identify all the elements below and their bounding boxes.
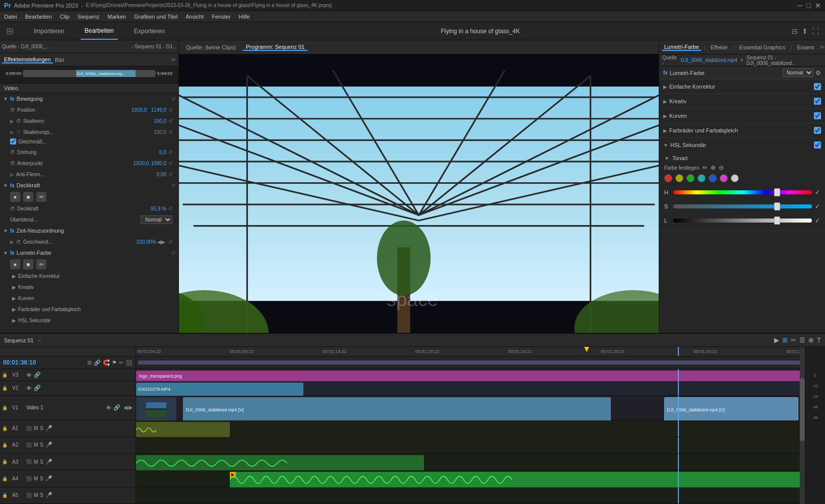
a3-mic-btn[interactable]: 🎤 bbox=[45, 459, 52, 465]
lumetri-square[interactable]: ■ bbox=[23, 259, 33, 269]
a3-lock[interactable]: 🔒 bbox=[2, 459, 10, 464]
geschwindigkeit-value[interactable]: 100,00% bbox=[137, 239, 156, 245]
menu-fenster[interactable]: Fenster bbox=[212, 14, 230, 20]
a4-mic-btn[interactable]: 🎤 bbox=[45, 475, 52, 482]
a5-lock[interactable]: 🔒 bbox=[2, 493, 10, 498]
menu-ansicht[interactable]: Ansicht bbox=[185, 14, 204, 20]
drehung-reset[interactable]: ↺ bbox=[168, 150, 172, 155]
v1-clip-second[interactable]: DJI_0006_stabilized.mp4 [V] bbox=[664, 397, 798, 422]
menu-grafiken[interactable]: Grafiken und Titel bbox=[134, 14, 177, 20]
lumetri-circle[interactable]: ● bbox=[10, 259, 20, 269]
tab-essent[interactable]: Essent bbox=[795, 44, 816, 50]
antiflimm-value[interactable]: 0,00 bbox=[157, 172, 166, 177]
h-checkmark[interactable]: ✓ bbox=[815, 189, 820, 196]
v1-next-btn[interactable]: ▶ bbox=[129, 404, 133, 411]
s-checkmark[interactable]: ✓ bbox=[815, 203, 820, 210]
a1-track-btn[interactable]: ⬛ bbox=[26, 426, 32, 431]
antiflimm-reset[interactable]: ↺ bbox=[168, 172, 172, 177]
a4-m-btn[interactable]: M bbox=[34, 476, 38, 481]
ankerpunkt-y[interactable]: 1080,0 bbox=[151, 161, 166, 166]
tl-hand-tool[interactable]: ☰ bbox=[799, 336, 805, 344]
lumetri-source-file[interactable]: DJI_0006_stabilized.mp4 bbox=[681, 57, 737, 63]
share-icon[interactable]: ⬆ bbox=[802, 27, 808, 35]
kurven-sub[interactable]: ▶ Kurven bbox=[0, 293, 178, 304]
l-handle[interactable] bbox=[774, 217, 780, 225]
v1-clip-main[interactable]: DJI_0006_stabilized.mp4 [V] bbox=[183, 397, 611, 422]
drehung-value[interactable]: 0,0 bbox=[159, 150, 166, 155]
minimize-button[interactable]: ─ bbox=[798, 2, 803, 10]
h-track[interactable] bbox=[673, 190, 812, 194]
v3-clip-logo[interactable]: logo_transparent.png bbox=[136, 371, 805, 382]
kreativ-toggle[interactable] bbox=[814, 98, 821, 105]
position-y[interactable]: 1149,0 bbox=[151, 107, 166, 113]
program-monitor-tab[interactable]: Programm: Sequenz 01 bbox=[243, 44, 307, 51]
gleichmassig-label[interactable]: Gleichmäß... bbox=[10, 138, 168, 145]
skalieren-value[interactable]: 160,0 bbox=[154, 118, 166, 124]
position-reset[interactable]: ↺ bbox=[168, 107, 172, 113]
time-ruler[interactable]: 00:01:04:22 00:01:09:22 00:01:14:22 00:0… bbox=[136, 347, 805, 356]
deckkraft-pen[interactable]: ✏ bbox=[36, 192, 46, 202]
bewegung-reset[interactable]: ↺ bbox=[171, 96, 175, 102]
v2-lock[interactable]: 🔒 bbox=[2, 386, 10, 391]
l-checkmark[interactable]: ✓ bbox=[815, 217, 820, 224]
fullscreen-icon[interactable]: ⛶ bbox=[812, 27, 819, 35]
s-track[interactable] bbox=[673, 204, 812, 208]
deckkraft-reset[interactable]: ↺ bbox=[171, 183, 175, 188]
a3-s-btn[interactable]: S bbox=[40, 459, 43, 465]
tab-lumetri[interactable]: Lumetri-Farbe bbox=[662, 44, 701, 51]
tl-ripple-tool[interactable]: ⊞ bbox=[782, 336, 788, 344]
ankerpunkt-x[interactable]: 1920,0 bbox=[134, 161, 149, 166]
a5-s-btn[interactable]: S bbox=[40, 492, 43, 498]
menu-hilfe[interactable]: Hilfe bbox=[239, 14, 250, 20]
tl-magnet-btn[interactable]: 🧲 bbox=[103, 359, 110, 366]
color-dot-magenta[interactable] bbox=[720, 174, 728, 182]
stopwatch-deckkraft[interactable]: ⏱ bbox=[10, 206, 15, 211]
bewegung-header[interactable]: ▼ fx Bewegung ↺ bbox=[0, 93, 178, 104]
a1-m-btn[interactable]: M bbox=[34, 425, 38, 431]
skalierung-value[interactable]: 100,0 bbox=[154, 129, 166, 135]
a5-m-btn[interactable]: M bbox=[34, 492, 38, 498]
color-dot-green[interactable] bbox=[686, 174, 694, 182]
v3-link-btn[interactable]: 🔗 bbox=[34, 372, 41, 378]
tab-essential[interactable]: Essential Graphics bbox=[737, 44, 788, 50]
tl-zoom-tool[interactable]: ⊕ bbox=[808, 336, 814, 344]
farbraeder-header[interactable]: ▶ Farbräder und Farbabgleich bbox=[659, 123, 825, 137]
uberblennd-select[interactable]: Normal bbox=[141, 215, 172, 224]
a2-s-btn[interactable]: S bbox=[40, 442, 43, 448]
ankerpunkt-reset[interactable]: ↺ bbox=[168, 161, 172, 166]
color-dot-cyan[interactable] bbox=[697, 174, 706, 182]
tab-effekte[interactable]: Effekte bbox=[709, 44, 730, 50]
timeline-vscroll-handle[interactable] bbox=[800, 378, 805, 441]
a2-track-btn[interactable]: ⬛ bbox=[26, 443, 32, 448]
kurven-toggle[interactable] bbox=[814, 112, 821, 119]
menu-datei[interactable]: Datei bbox=[4, 14, 17, 20]
effect-tab-bibl[interactable]: Bibl bbox=[53, 57, 66, 63]
eyedropper3-icon[interactable]: ⊖ bbox=[719, 164, 724, 171]
a2-mic-btn[interactable]: 🎤 bbox=[45, 442, 52, 448]
a4-track-btn[interactable]: ⬛ bbox=[26, 476, 32, 481]
sequence-range-bar[interactable] bbox=[138, 361, 803, 365]
tl-timecode[interactable]: 00:01:36:10 bbox=[3, 359, 36, 366]
deckkraft-circle[interactable]: ● bbox=[10, 192, 20, 202]
tab-exportieren[interactable]: Exportieren bbox=[130, 22, 169, 40]
tl-settings-btn[interactable]: ⬛ bbox=[125, 359, 133, 366]
position-x[interactable]: 1920,0 bbox=[132, 107, 147, 113]
s-handle[interactable] bbox=[774, 202, 780, 210]
tl-razor-tool[interactable]: ✂ bbox=[791, 336, 796, 344]
a4-clip[interactable] bbox=[230, 472, 805, 488]
stopwatch-drehung[interactable]: ⏱ bbox=[10, 150, 15, 155]
menu-marken[interactable]: Marken bbox=[107, 14, 126, 20]
a5-track-btn[interactable]: ⬛ bbox=[26, 493, 32, 498]
close-button[interactable]: ✕ bbox=[815, 2, 821, 10]
skalierung-reset[interactable]: ↺ bbox=[168, 129, 172, 135]
ek-toggle[interactable] bbox=[814, 83, 821, 90]
tl-text-tool[interactable]: T bbox=[817, 336, 821, 344]
v3-lock[interactable]: 🔒 bbox=[2, 373, 10, 378]
deckkraft-value-reset[interactable]: ↺ bbox=[168, 206, 172, 211]
a3-track-btn[interactable]: ⬛ bbox=[26, 459, 32, 464]
a3-clip[interactable] bbox=[136, 455, 424, 471]
menu-bearbeiten[interactable]: Bearbeiten bbox=[25, 14, 52, 20]
tl-markers-btn[interactable]: ⚑ bbox=[112, 359, 117, 366]
v2-link-btn[interactable]: 🔗 bbox=[34, 385, 41, 391]
right-extra-btn[interactable]: ≫ bbox=[819, 44, 825, 50]
